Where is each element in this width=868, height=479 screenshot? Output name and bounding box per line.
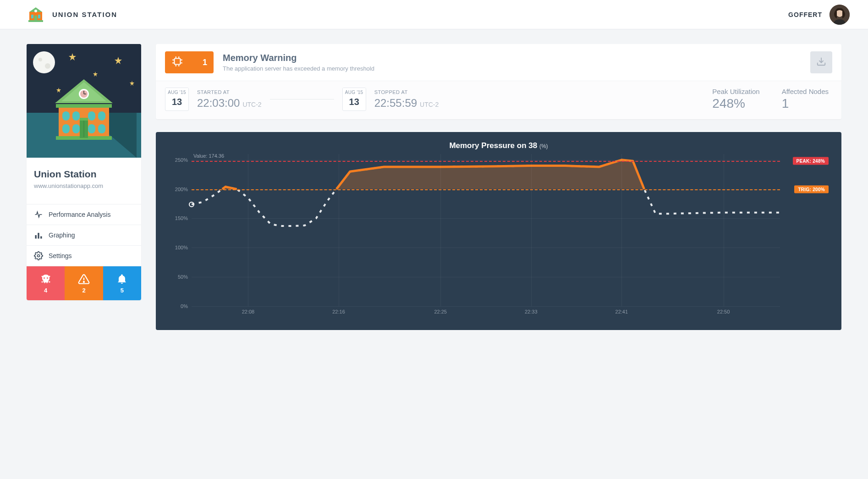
alert-count: 2 [82, 287, 85, 294]
start-date-chip: AUG '15 13 [165, 88, 189, 111]
threshold-label-peak: PEAK: 248% [793, 157, 829, 165]
app-name: Union Station [34, 169, 134, 180]
product-name: UNION STATION [52, 11, 117, 18]
event-badge-count: 1 [203, 58, 207, 67]
svg-rect-33 [62, 124, 70, 133]
svg-point-13 [38, 58, 42, 61]
svg-point-49 [83, 281, 84, 282]
peak-label: Peak Utilization [712, 88, 759, 95]
sidebar-nav: Performance Analysis Graphing Settings [27, 204, 141, 266]
nav-label: Performance Analysis [49, 211, 110, 218]
nav-settings[interactable]: Settings [27, 246, 141, 266]
peak-value: 248% [712, 96, 759, 111]
download-icon [816, 56, 826, 68]
svg-rect-34 [72, 124, 80, 133]
start-day: 13 [165, 96, 188, 110]
svg-point-12 [33, 51, 55, 73]
brand[interactable]: UNION STATION [27, 6, 117, 24]
svg-rect-30 [72, 111, 80, 121]
y-tick-label: 200% [175, 187, 188, 192]
nav-label: Settings [49, 252, 72, 259]
avatar[interactable] [830, 5, 850, 25]
x-tick-label: 22:33 [525, 309, 538, 314]
svg-rect-22 [56, 104, 112, 108]
logo-icon [27, 6, 45, 24]
event-badge[interactable]: 1 [165, 51, 214, 73]
svg-point-45 [49, 281, 50, 282]
y-tick-label: 250% [175, 157, 188, 163]
svg-point-47 [49, 275, 50, 277]
chart-title-unit: (%) [539, 143, 548, 149]
svg-rect-32 [98, 111, 105, 121]
svg-point-3 [34, 10, 37, 12]
stop-month: AUG '15 [343, 88, 366, 96]
stopped-at-time: 22:55:59 [374, 97, 417, 110]
event-title: Memory Warning [223, 53, 801, 63]
event-subtitle: The application server has exceeded a me… [223, 65, 801, 72]
y-tick-label: 0% [181, 303, 188, 309]
stop-date-chip: AUG '15 13 [342, 88, 366, 111]
svg-rect-42 [40, 237, 42, 239]
y-tick-label: 100% [175, 245, 188, 250]
skull-icon [40, 273, 51, 285]
x-axis: 22:0822:1622:2522:3322:4122:50 [192, 306, 780, 319]
event-card: 1 Memory Warning The application server … [156, 44, 841, 119]
svg-rect-40 [35, 235, 37, 239]
alert-count: 4 [44, 287, 47, 294]
alert-tile-notification[interactable]: 5 [103, 266, 141, 300]
nav-performance-analysis[interactable]: Performance Analysis [27, 204, 141, 225]
bell-icon [116, 273, 127, 285]
app-url[interactable]: www.unionstationapp.com [34, 182, 134, 189]
x-tick-label: 22:50 [717, 309, 730, 314]
svg-rect-35 [88, 124, 95, 133]
svg-point-43 [38, 255, 40, 257]
alert-count: 5 [121, 287, 124, 294]
peak-utilization-stat: Peak Utilization 248% [712, 88, 759, 111]
svg-rect-5 [38, 15, 40, 18]
stopped-at-label: STOPPED AT [374, 89, 439, 95]
y-tick-label: 50% [178, 274, 188, 280]
chart-card: Memory Pressure on 38 (%) Value: 174.36 … [156, 132, 841, 330]
threshold-label-trig: TRIG: 200% [794, 185, 829, 193]
svg-point-46 [41, 275, 43, 277]
nav-graphing[interactable]: Graphing [27, 225, 141, 246]
app-hero-image [27, 44, 141, 158]
x-tick-label: 22:41 [615, 309, 628, 314]
svg-rect-36 [98, 124, 105, 133]
started-at-time: 22:03:00 [197, 97, 240, 110]
sidebar-alerts: 4 2 5 [27, 266, 141, 300]
svg-rect-31 [88, 111, 95, 121]
y-axis: 0%50%100%150%200%250% [167, 154, 192, 306]
stop-day: 13 [343, 96, 366, 110]
chart-title: Memory Pressure on 38 (%) [167, 141, 830, 150]
meta-divider [270, 99, 334, 99]
gear-icon [34, 251, 43, 260]
chip-icon [171, 55, 183, 69]
user-name[interactable]: GOFFERT [788, 11, 822, 18]
top-bar: UNION STATION GOFFERT [0, 0, 868, 29]
svg-rect-50 [175, 59, 181, 65]
svg-rect-29 [62, 111, 70, 121]
svg-rect-41 [38, 233, 39, 239]
affected-nodes-stat: Affected Nodes 1 [782, 88, 829, 111]
main-content: 1 Memory Warning The application server … [156, 44, 841, 330]
download-button[interactable] [810, 51, 832, 73]
started-at-label: STARTED AT [197, 89, 262, 95]
nodes-value: 1 [782, 96, 829, 111]
x-tick-label: 22:25 [434, 309, 447, 314]
sidebar: Union Station www.unionstationapp.com Pe… [27, 44, 141, 300]
alert-tile-critical[interactable]: 4 [27, 266, 65, 300]
nodes-label: Affected Nodes [782, 88, 829, 95]
started-at-tz: UTC-2 [242, 101, 261, 108]
pulse-icon [34, 210, 43, 219]
stopped-at-tz: UTC-2 [420, 101, 439, 108]
svg-rect-4 [31, 15, 33, 18]
svg-point-44 [41, 281, 43, 282]
start-month: AUG '15 [165, 88, 188, 96]
chart-area[interactable]: Value: 174.36 PEAK: 248%TRIG: 200% 0%50%… [167, 154, 830, 319]
alert-tile-warning[interactable]: 2 [65, 266, 103, 300]
chart-plot[interactable]: PEAK: 248%TRIG: 200% [192, 154, 780, 319]
x-tick-label: 22:16 [332, 309, 345, 314]
svg-rect-38 [80, 118, 88, 121]
nav-label: Graphing [49, 231, 75, 239]
